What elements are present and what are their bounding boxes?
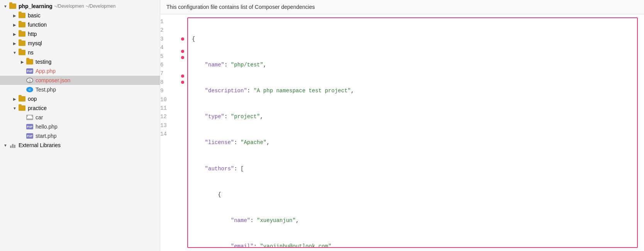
code-line-7: { (192, 190, 638, 199)
sidebar-item-oop[interactable]: ▶ oop (0, 94, 160, 103)
sidebar-item-testing[interactable]: ▶ testing (0, 57, 160, 66)
gutter-2 (180, 24, 186, 30)
code-area[interactable]: { "name": "php/test", "description": "A … (186, 17, 644, 248)
sidebar-item-test-php[interactable]: C Test.php (0, 85, 160, 94)
gutter-11 (180, 79, 186, 85)
line-num-7: 7 (160, 69, 175, 78)
http-label: http (28, 31, 37, 37)
project-name: php_learning (19, 3, 53, 9)
editor-header: This configuration file contains list of… (160, 0, 644, 14)
gutter-8 (180, 61, 186, 67)
gutter-9 (180, 67, 186, 73)
project-chevron-down: ▼ (3, 4, 8, 8)
file-tree: ▼ php_learning ~/Developmen ~/Developmen… (0, 0, 160, 251)
basic-chevron: ▶ (12, 14, 17, 18)
editor-header-text: This configuration file contains list of… (166, 4, 315, 10)
start-php-icon: PHP (26, 133, 33, 139)
oop-label: oop (28, 96, 37, 102)
function-label: function (28, 22, 47, 28)
project-path: ~/Developmen (54, 3, 84, 9)
car-icon (26, 115, 33, 120)
sidebar-item-function[interactable]: ▶ function (0, 20, 160, 29)
editor-content: 1 2 3 4 5 6 7 8 9 10 11 12 13 14 (160, 14, 644, 251)
line-num-6: 6 (160, 61, 175, 69)
line-num-14: 14 (160, 130, 175, 138)
sidebar-item-external-libraries[interactable]: ▼ External Libraries (0, 141, 160, 150)
ns-chevron: ▼ (12, 51, 17, 55)
sidebar-item-mysql[interactable]: ▶ mysql (0, 39, 160, 48)
start-php-label: start.php (36, 133, 56, 139)
sidebar-item-app-php[interactable]: PHP App.php (0, 66, 160, 76)
line-num-12: 12 (160, 112, 175, 121)
code-line-3: "description": "A php namespace test pro… (192, 86, 638, 95)
gutter-4 (180, 36, 186, 42)
ns-label: ns (28, 49, 34, 56)
practice-chevron: ▼ (12, 106, 17, 110)
sidebar-item-composer-json[interactable]: {} composer.json (0, 76, 160, 85)
line-num-2: 2 (160, 26, 175, 34)
gutter-6 (180, 48, 186, 54)
line-num-9: 9 (160, 86, 175, 95)
gutter-12 (180, 85, 186, 92)
practice-folder-icon (19, 105, 25, 111)
external-libraries-label: External Libraries (19, 142, 61, 148)
external-chevron: ▼ (3, 143, 8, 148)
sidebar-item-ns[interactable]: ▼ ns (0, 48, 160, 57)
car-label: car (36, 114, 43, 120)
hello-php-icon: PHP (26, 124, 33, 129)
gutter-10 (180, 73, 186, 79)
project-root[interactable]: ▼ php_learning ~/Developmen ~/Developmen (0, 2, 160, 11)
code-line-2: "name": "php/test", (192, 61, 638, 69)
gutter-1 (180, 17, 186, 24)
code-line-4: "type": "project", (192, 112, 638, 121)
code-line-6: "authors": [ (192, 165, 638, 173)
line-num-13: 13 (160, 121, 175, 130)
ns-folder-icon (19, 50, 25, 55)
line-num-3: 3 (160, 35, 175, 43)
test-php-icon: C (26, 87, 33, 92)
sidebar-item-start-php[interactable]: PHP start.php (0, 131, 160, 141)
hello-php-label: hello.php (36, 124, 58, 130)
project-folder-icon (9, 3, 16, 9)
sidebar-item-hello-php[interactable]: PHP hello.php (0, 122, 160, 131)
mysql-folder-icon (19, 41, 25, 46)
sidebar-item-car[interactable]: car (0, 113, 160, 122)
gutter-14 (180, 98, 186, 104)
http-folder-icon (19, 31, 25, 37)
testing-folder-icon (26, 59, 33, 64)
sidebar-item-practice[interactable]: ▼ practice (0, 103, 160, 113)
line-num-1: 1 (160, 17, 175, 26)
composer-json-label: composer.json (36, 77, 70, 83)
code-line-9: "email": "yaojinbu@outlook.com" (192, 242, 638, 248)
external-libraries-icon (9, 142, 16, 148)
sidebar-item-http[interactable]: ▶ http (0, 29, 160, 39)
gutter-7 (180, 54, 186, 61)
gutter-13 (180, 92, 186, 98)
line-num-5: 5 (160, 52, 175, 61)
basic-folder-icon (19, 13, 25, 18)
line-numbers: 1 2 3 4 5 6 7 8 9 10 11 12 13 14 (160, 17, 180, 248)
app-php-icon: PHP (26, 68, 33, 74)
line-num-8: 8 (160, 78, 175, 86)
project-path-text: ~/Developmen (86, 3, 116, 9)
code-line-5: "license": "Apache", (192, 138, 638, 147)
code-body: { "name": "php/test", "description": "A … (186, 17, 644, 248)
testing-chevron: ▶ (20, 60, 25, 64)
basic-label: basic (28, 12, 41, 19)
testing-label: testing (36, 59, 51, 65)
mysql-label: mysql (28, 40, 42, 46)
line-num-11: 11 (160, 104, 175, 112)
sidebar-item-basic[interactable]: ▶ basic (0, 11, 160, 20)
http-chevron: ▶ (12, 32, 17, 36)
composer-json-icon: {} (26, 78, 33, 83)
gutter-5 (180, 42, 186, 48)
editor-panel: This configuration file contains list of… (160, 0, 644, 251)
svg-rect-1 (28, 115, 32, 117)
practice-label: practice (28, 105, 47, 111)
line-num-10: 10 (160, 95, 175, 104)
oop-chevron: ▶ (12, 97, 17, 101)
oop-folder-icon (19, 96, 25, 102)
line-num-4: 4 (160, 43, 175, 52)
gutter-3 (180, 30, 186, 36)
mysql-chevron: ▶ (12, 41, 17, 46)
